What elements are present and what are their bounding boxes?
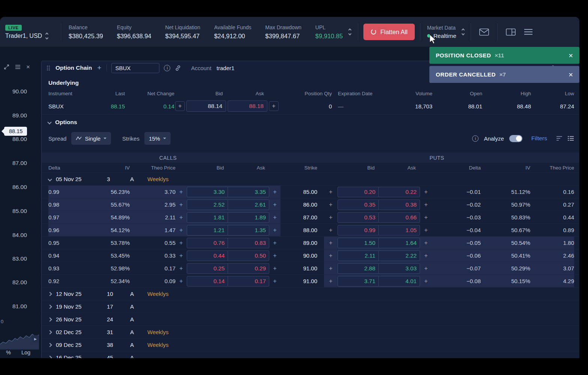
strikes-select[interactable]: 15% xyxy=(144,132,171,145)
put-bid[interactable]: 1.50 xyxy=(338,238,379,248)
put-buy-plus-button[interactable]: + xyxy=(329,189,332,195)
call-bid[interactable]: 0.14 xyxy=(187,276,228,286)
call-buy-plus-button[interactable]: + xyxy=(179,265,183,272)
call-bid[interactable]: 0.76 xyxy=(187,238,228,248)
stats-collapse-control[interactable] xyxy=(349,29,351,35)
expiration-row[interactable]: 19 Nov 2517A xyxy=(42,300,579,313)
call-sell-plus-button[interactable]: + xyxy=(273,201,276,208)
call-buy-plus-button[interactable]: + xyxy=(179,240,183,246)
close-icon[interactable]: × xyxy=(26,64,30,70)
call-ask[interactable]: 0.29 xyxy=(228,263,269,274)
call-bid[interactable]: 0.44 xyxy=(187,250,228,261)
account-selector[interactable]: Trader1, USD xyxy=(5,33,42,39)
call-sell-plus-button[interactable]: + xyxy=(273,252,276,259)
close-icon[interactable]: × xyxy=(568,71,573,78)
call-buy-plus-button[interactable]: + xyxy=(179,278,183,285)
expiration-row[interactable]: 09 Dec 2538AWeeklys xyxy=(42,338,579,351)
call-ask[interactable]: 0.83 xyxy=(228,238,269,248)
call-bid[interactable]: 1.81 xyxy=(187,212,228,223)
underlying-bid[interactable]: 88.14 xyxy=(186,100,226,112)
symbol-input[interactable] xyxy=(111,63,159,73)
put-sell-plus-button[interactable]: + xyxy=(424,214,428,221)
list-menu-icon[interactable] xyxy=(15,64,21,69)
expiration-row[interactable]: 26 Nov 2524A xyxy=(42,313,579,326)
call-sell-plus-button[interactable]: + xyxy=(273,227,276,234)
underlying-ask-plus-button[interactable]: + xyxy=(269,101,279,111)
call-sell-plus-button[interactable]: + xyxy=(273,240,276,246)
call-buy-plus-button[interactable]: + xyxy=(179,252,183,259)
expiration-row[interactable]: 02 Dec 2531AWeeklys xyxy=(42,326,579,338)
put-bid[interactable]: 3.71 xyxy=(338,276,379,286)
call-ask[interactable]: 0.17 xyxy=(228,276,269,286)
put-sell-plus-button[interactable]: + xyxy=(424,240,428,246)
call-bid[interactable]: 1.21 xyxy=(187,225,228,236)
log-scale-button[interactable]: Log xyxy=(21,350,30,356)
put-sell-plus-button[interactable]: + xyxy=(424,189,428,195)
play-arrow-icon[interactable]: ▶ xyxy=(32,335,39,343)
call-buy-plus-button[interactable]: + xyxy=(179,227,183,234)
expand-icon[interactable] xyxy=(4,64,9,70)
expiration-row[interactable]: 05 Nov 253AWeeklys xyxy=(42,172,579,185)
put-ask[interactable]: 4.01 xyxy=(379,276,420,286)
put-buy-plus-button[interactable]: + xyxy=(329,201,332,208)
put-ask[interactable]: 0.38 xyxy=(379,200,420,210)
put-bid[interactable]: 0.53 xyxy=(338,212,379,223)
put-buy-plus-button[interactable]: + xyxy=(329,227,332,234)
put-ask[interactable]: 1.64 xyxy=(379,238,420,248)
market-data-chevrons[interactable] xyxy=(462,29,464,35)
put-sell-plus-button[interactable]: + xyxy=(424,201,428,208)
sort-columns-icon[interactable] xyxy=(556,136,562,141)
call-bid[interactable]: 3.30 xyxy=(187,187,228,197)
call-sell-plus-button[interactable]: + xyxy=(273,265,276,272)
expiration-row[interactable]: 12 Nov 2510AWeeklys xyxy=(42,287,579,300)
put-bid[interactable]: 0.20 xyxy=(338,187,379,197)
put-buy-plus-button[interactable]: + xyxy=(329,240,332,246)
put-bid[interactable]: 2.11 xyxy=(338,250,379,261)
put-buy-plus-button[interactable]: + xyxy=(329,214,332,221)
call-ask[interactable]: 1.89 xyxy=(228,212,269,223)
put-buy-plus-button[interactable]: + xyxy=(329,252,332,259)
account-selector-chevrons[interactable] xyxy=(46,33,48,39)
put-sell-plus-button[interactable]: + xyxy=(424,252,428,259)
call-bid[interactable]: 0.25 xyxy=(187,263,228,274)
call-bid[interactable]: 2.52 xyxy=(187,200,228,210)
messages-envelope-icon[interactable] xyxy=(479,28,489,36)
call-sell-plus-button[interactable]: + xyxy=(273,278,276,285)
percent-scale-button[interactable]: % xyxy=(6,350,11,356)
call-sell-plus-button[interactable]: + xyxy=(273,214,276,221)
put-bid[interactable]: 2.88 xyxy=(338,263,379,274)
put-buy-plus-button[interactable]: + xyxy=(329,278,332,285)
put-buy-plus-button[interactable]: + xyxy=(329,265,332,272)
close-icon[interactable]: × xyxy=(568,52,573,59)
row-layout-icon[interactable] xyxy=(568,136,574,141)
call-buy-plus-button[interactable]: + xyxy=(179,189,183,195)
call-ask[interactable]: 2.61 xyxy=(228,200,269,210)
call-ask[interactable]: 0.50 xyxy=(228,250,269,261)
call-sell-plus-button[interactable]: + xyxy=(273,189,276,195)
account-name[interactable]: trader1 xyxy=(217,65,235,71)
filters-link[interactable]: Filters xyxy=(531,135,547,142)
spread-select[interactable]: Single xyxy=(71,132,111,145)
drag-handle-icon[interactable] xyxy=(47,68,48,69)
layout-panels-icon[interactable] xyxy=(506,28,516,36)
put-ask[interactable]: 3.03 xyxy=(379,263,420,274)
put-sell-plus-button[interactable]: + xyxy=(424,265,428,272)
call-ask[interactable]: 3.35 xyxy=(228,187,269,197)
put-sell-plus-button[interactable]: + xyxy=(424,278,428,285)
underlying-bid-plus-button[interactable]: + xyxy=(175,101,185,111)
add-tab-icon[interactable]: + xyxy=(97,64,101,72)
put-sell-plus-button[interactable]: + xyxy=(424,227,428,234)
flatten-all-button[interactable]: Flatten All xyxy=(363,24,414,40)
info-icon[interactable]: i xyxy=(164,65,170,71)
call-ask[interactable]: 1.35 xyxy=(228,225,269,236)
analyze-toggle[interactable] xyxy=(509,135,522,142)
put-ask[interactable]: 1.05 xyxy=(379,225,420,236)
call-buy-plus-button[interactable]: + xyxy=(179,201,183,208)
options-section-header[interactable]: Options xyxy=(42,114,579,129)
expiration-row[interactable]: 16 Dec 2545A xyxy=(42,351,579,358)
call-buy-plus-button[interactable]: + xyxy=(179,214,183,221)
put-ask[interactable]: 2.22 xyxy=(379,250,420,261)
put-bid[interactable]: 0.99 xyxy=(338,225,379,236)
link-icon[interactable] xyxy=(175,65,181,71)
hamburger-menu-icon[interactable] xyxy=(524,29,533,35)
